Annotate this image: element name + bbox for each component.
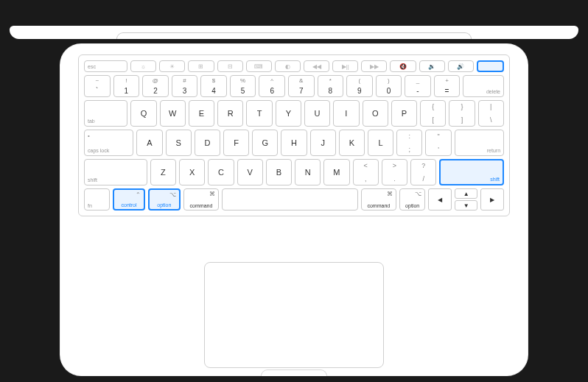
trackpad[interactable] <box>204 262 384 368</box>
key-i[interactable]: I <box>333 100 359 127</box>
key-f2[interactable]: ☀ <box>159 60 185 72</box>
key-period[interactable]: >. <box>382 159 407 185</box>
key-1[interactable]: !1 <box>113 75 140 97</box>
key-f9[interactable]: ▶▶ <box>361 60 387 72</box>
key-o[interactable]: O <box>363 100 388 127</box>
key-l[interactable]: L <box>368 130 393 156</box>
key-z[interactable]: Z <box>150 159 176 185</box>
key-6[interactable]: ^6 <box>259 75 285 97</box>
key-minus[interactable]: _- <box>405 75 431 97</box>
key-f12[interactable]: 🔊 <box>448 60 474 72</box>
key-backtick[interactable]: ~` <box>84 75 111 97</box>
key-power[interactable] <box>477 60 504 72</box>
key-y[interactable]: Y <box>276 100 301 127</box>
launchpad-icon: ⊟ <box>228 63 233 70</box>
row-numbers: ~` !1 @2 #3 $4 %5 ^6 &7 *8 (9 )0 _- += d… <box>84 75 504 97</box>
row-zxcv: shift Z X C V B N M <, >. ?/ shift <box>84 159 504 185</box>
key-g[interactable]: G <box>252 130 278 156</box>
row-function: esc ☼ ☀ ⊞ ⊟ ⌨ ◐ ◀◀ ▶|| ▶▶ 🔇 🔉 🔊 <box>84 60 504 72</box>
command-icon: ⌘ <box>387 191 393 197</box>
key-arrow-left[interactable]: ◀ <box>428 188 452 211</box>
keyboard-dim-icon: ⌨ <box>254 63 263 70</box>
key-f6[interactable]: ◐ <box>275 60 301 72</box>
key-caps-lock[interactable]: caps lock <box>84 130 133 156</box>
key-f10[interactable]: 🔇 <box>390 60 416 72</box>
macbook-deck: esc ☼ ☀ ⊞ ⊟ ⌨ ◐ ◀◀ ▶|| ▶▶ 🔇 🔉 🔊 ~` !1 @2… <box>60 44 528 375</box>
key-2[interactable]: @2 <box>142 75 169 97</box>
key-esc[interactable]: esc <box>84 60 127 72</box>
key-arrow-down[interactable]: ▼ <box>455 200 478 211</box>
key-command-right[interactable]: ⌘command <box>361 188 396 211</box>
key-semicolon[interactable]: :; <box>396 130 422 156</box>
option-icon: ⌥ <box>415 191 421 197</box>
key-f1[interactable]: ☼ <box>130 60 156 72</box>
key-a[interactable]: A <box>136 130 162 156</box>
key-m[interactable]: M <box>323 159 349 185</box>
key-f4[interactable]: ⊟ <box>217 60 243 72</box>
macbook-lid <box>10 26 578 39</box>
key-5[interactable]: %5 <box>230 75 256 97</box>
key-7[interactable]: &7 <box>288 75 315 97</box>
key-u[interactable]: U <box>304 100 330 127</box>
key-fn[interactable]: fn <box>84 188 110 211</box>
key-n[interactable]: N <box>295 159 321 185</box>
key-backslash[interactable]: |\ <box>478 100 504 127</box>
key-command-left[interactable]: ⌘command <box>183 188 219 211</box>
key-arrow-up[interactable]: ▲ <box>455 188 478 199</box>
key-e[interactable]: E <box>189 100 214 127</box>
key-f11[interactable]: 🔉 <box>419 60 445 72</box>
key-f8[interactable]: ▶|| <box>332 60 358 72</box>
key-slash[interactable]: ?/ <box>410 159 436 185</box>
key-return[interactable]: return <box>455 130 504 156</box>
key-p[interactable]: P <box>391 100 417 127</box>
key-d[interactable]: D <box>195 130 220 156</box>
key-control-left[interactable]: ⌃control <box>113 188 145 211</box>
command-icon: ⌘ <box>209 191 215 197</box>
hinge-cutout <box>116 32 472 39</box>
arrow-cluster: ◀ ▲ ▼ ▶ <box>428 188 504 211</box>
mission-control-icon: ⊞ <box>198 63 203 70</box>
key-x[interactable]: X <box>179 159 205 185</box>
key-comma[interactable]: <, <box>353 159 379 185</box>
key-k[interactable]: K <box>339 130 365 156</box>
key-bracket-right[interactable]: }] <box>449 100 475 127</box>
key-tab[interactable]: tab <box>84 100 127 127</box>
key-s[interactable]: S <box>166 130 192 156</box>
key-t[interactable]: T <box>246 100 272 127</box>
key-j[interactable]: J <box>310 130 336 156</box>
keyboard-bright-icon: ◐ <box>285 63 290 70</box>
key-c[interactable]: C <box>208 159 234 185</box>
key-shift-right[interactable]: shift <box>439 159 504 185</box>
key-h[interactable]: H <box>281 130 307 156</box>
key-0[interactable]: )0 <box>376 75 402 97</box>
key-delete[interactable]: delete <box>463 75 504 97</box>
key-b[interactable]: B <box>266 159 292 185</box>
key-equals[interactable]: += <box>434 75 461 97</box>
key-f3[interactable]: ⊞ <box>188 60 214 72</box>
volume-down-icon: 🔉 <box>428 63 435 70</box>
key-spacebar[interactable] <box>222 188 357 211</box>
key-8[interactable]: *8 <box>318 75 344 97</box>
key-f[interactable]: F <box>223 130 249 156</box>
key-label: esc <box>88 64 96 69</box>
key-quote[interactable]: "' <box>425 130 451 156</box>
key-3[interactable]: #3 <box>172 75 198 97</box>
key-v[interactable]: V <box>237 159 263 185</box>
key-shift-left[interactable]: shift <box>84 159 147 185</box>
keyboard: esc ☼ ☀ ⊞ ⊟ ⌨ ◐ ◀◀ ▶|| ▶▶ 🔇 🔉 🔊 ~` !1 @2… <box>78 54 510 216</box>
key-f7[interactable]: ◀◀ <box>304 60 329 72</box>
key-bracket-left[interactable]: {[ <box>420 100 446 127</box>
key-f5[interactable]: ⌨ <box>246 60 272 72</box>
key-option-right[interactable]: ⌥option <box>399 188 425 211</box>
key-r[interactable]: R <box>217 100 243 127</box>
arrow-up-icon: ▲ <box>463 191 469 197</box>
option-icon: ⌥ <box>169 191 176 198</box>
key-w[interactable]: W <box>160 100 186 127</box>
mute-icon: 🔇 <box>399 63 407 70</box>
key-arrow-right[interactable]: ▶ <box>480 188 504 211</box>
control-icon: ⌃ <box>136 191 141 198</box>
key-9[interactable]: (9 <box>346 75 373 97</box>
key-4[interactable]: $4 <box>200 75 227 97</box>
key-option-left[interactable]: ⌥option <box>148 188 181 211</box>
key-q[interactable]: Q <box>130 100 156 127</box>
